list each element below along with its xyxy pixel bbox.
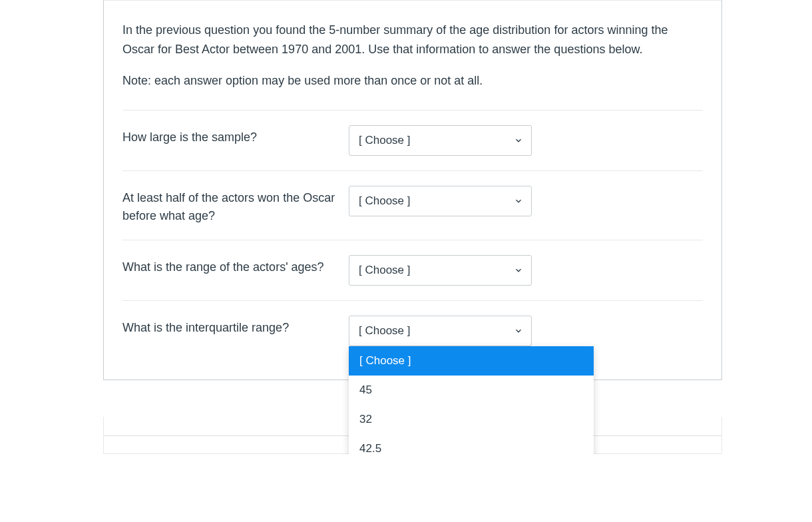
match-row: How large is the sample? [ Choose ] [122, 110, 703, 170]
select-value: [ Choose ] [359, 264, 411, 277]
dropdown-option-42-5[interactable]: 42.5 [349, 434, 594, 455]
select-value: [ Choose ] [359, 194, 411, 208]
select-box[interactable]: [ Choose ] [349, 316, 532, 346]
match-row: At least half of the actors won the Osca… [122, 170, 703, 240]
match-label-range: What is the range of the actors' ages? [122, 255, 349, 276]
match-row: What is the range of the actors' ages? [… [122, 240, 703, 300]
match-label-sample-size: How large is the sample? [122, 125, 349, 146]
select-range[interactable]: [ Choose ] [349, 255, 532, 286]
chevron-down-icon [514, 196, 523, 206]
select-half-age[interactable]: [ Choose ] [349, 186, 532, 216]
select-box[interactable]: [ Choose ] [349, 186, 532, 216]
question-note: Note: each answer option may be used mor… [122, 71, 703, 91]
match-label-half-age: At least half of the actors won the Osca… [122, 186, 349, 225]
select-sample-size[interactable]: [ Choose ] [349, 125, 532, 156]
select-iqr[interactable]: [ Choose ] [ Choose ] 45 32 42.5 12 Impo… [349, 316, 532, 346]
select-box[interactable]: [ Choose ] [349, 125, 532, 156]
select-box[interactable]: [ Choose ] [349, 255, 532, 286]
select-value: [ Choose ] [359, 134, 411, 147]
question-container: In the previous question you found the 5… [103, 0, 722, 380]
dropdown-option-32[interactable]: 32 [349, 405, 594, 434]
chevron-down-icon [514, 266, 523, 275]
match-row: What is the interquartile range? [ Choos… [122, 300, 703, 346]
select-value: [ Choose ] [359, 324, 411, 338]
question-prompt: In the previous question you found the 5… [122, 21, 703, 59]
chevron-down-icon [514, 136, 523, 145]
match-label-iqr: What is the interquartile range? [122, 316, 349, 337]
dropdown-list: [ Choose ] 45 32 42.5 12 Impossible to t… [349, 346, 594, 454]
dropdown-option-choose[interactable]: [ Choose ] [349, 346, 594, 376]
dropdown-option-45[interactable]: 45 [349, 376, 594, 405]
chevron-down-icon [514, 326, 523, 336]
